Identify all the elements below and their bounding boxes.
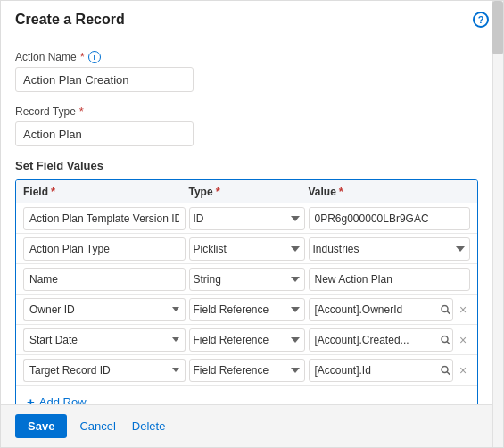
field-input-2[interactable]: [23, 268, 186, 291]
record-type-input[interactable]: [15, 121, 194, 146]
value-cell-1: Industries: [309, 237, 471, 261]
type-cell-3: Field Reference: [189, 298, 305, 321]
field-input-1[interactable]: [23, 237, 186, 261]
field-input-0[interactable]: [23, 207, 186, 230]
field-dropdown-btn-4[interactable]: [168, 328, 186, 352]
panel-title: Create a Record: [15, 12, 125, 28]
set-field-values-title: Set Field Values: [15, 159, 478, 172]
required-star: *: [80, 50, 85, 63]
panel-footer: Save Cancel Delete: [1, 404, 503, 447]
table-row: String: [16, 264, 477, 295]
action-name-input[interactable]: [15, 67, 194, 92]
svg-point-0: [442, 305, 448, 311]
svg-line-3: [448, 342, 450, 344]
col-type-header: Type *: [189, 185, 305, 198]
type-select-1[interactable]: Picklist: [189, 237, 305, 261]
record-type-group: Record Type *: [15, 104, 478, 146]
field-cell-2: [23, 268, 186, 291]
svg-point-4: [442, 366, 448, 372]
type-select-3[interactable]: Field Reference: [189, 298, 305, 321]
remove-btn-3[interactable]: ×: [456, 303, 470, 317]
svg-line-5: [448, 372, 450, 375]
col-value-header: Value *: [309, 185, 471, 198]
search-icon-btn-3[interactable]: [441, 304, 450, 314]
value-input-container-5: [309, 359, 454, 382]
record-type-label: Record Type *: [15, 104, 478, 118]
scrollbar-thumb[interactable]: [492, 1, 503, 54]
search-icon: [441, 365, 450, 375]
search-icon-btn-5[interactable]: [441, 365, 450, 375]
search-icon: [441, 335, 450, 344]
field-input-3[interactable]: [23, 298, 168, 321]
action-name-info-icon[interactable]: i: [88, 51, 101, 63]
scrollbar-track: [492, 1, 503, 447]
field-dropdown-btn-3[interactable]: [168, 298, 186, 321]
type-select-0[interactable]: ID: [189, 207, 305, 230]
type-select-4[interactable]: Field Reference: [189, 328, 305, 352]
field-cell-5: [23, 359, 186, 382]
cancel-button[interactable]: Cancel: [76, 414, 119, 438]
value-input-container-3: [309, 298, 454, 321]
svg-point-2: [442, 336, 448, 342]
field-cell-1: [23, 237, 186, 261]
value-select-1[interactable]: Industries: [309, 237, 471, 261]
table-row: Field Reference: [16, 355, 477, 386]
value-input-0[interactable]: [309, 207, 471, 230]
remove-btn-4[interactable]: ×: [456, 333, 470, 347]
action-name-label: Action Name * i: [15, 50, 478, 63]
field-cell-0: [23, 207, 186, 230]
type-cell-0: ID: [189, 207, 305, 230]
field-cell-4: [23, 328, 186, 352]
type-cell-2: String: [189, 268, 305, 291]
search-icon: [441, 304, 450, 314]
field-dropdown-btn-5[interactable]: [168, 359, 186, 382]
value-input-4[interactable]: [309, 328, 454, 352]
save-button[interactable]: Save: [15, 414, 67, 438]
type-select-5[interactable]: Field Reference: [189, 359, 305, 382]
add-row-label: Add Row: [39, 395, 87, 404]
value-cell-0: [309, 207, 471, 230]
table-header: Field * Type * Value *: [16, 180, 477, 203]
action-name-group: Action Name * i: [15, 50, 478, 92]
value-input-3[interactable]: [309, 298, 454, 321]
chevron-down-icon: [172, 307, 179, 311]
field-cell-3: [23, 298, 186, 321]
field-input-4[interactable]: [23, 328, 168, 352]
type-cell-4: Field Reference: [189, 328, 305, 352]
type-cell-5: Field Reference: [189, 359, 305, 382]
value-input-5[interactable]: [309, 359, 454, 382]
panel-header: Create a Record ?: [1, 1, 503, 37]
plus-icon: +: [27, 394, 35, 404]
table-row: Picklist Industries: [16, 234, 477, 264]
help-icon[interactable]: ?: [473, 12, 489, 28]
record-type-required-star: *: [79, 104, 84, 118]
value-cell-3: ×: [309, 298, 471, 321]
table-row: ID: [16, 203, 477, 234]
type-cell-1: Picklist: [189, 237, 305, 261]
field-values-table: Field * Type * Value *: [15, 179, 478, 404]
chevron-down-icon: [172, 368, 179, 372]
type-select-2[interactable]: String: [189, 268, 305, 291]
create-record-panel: Create a Record ? Action Name * i Record…: [0, 0, 504, 448]
search-icon-btn-4[interactable]: [441, 335, 450, 344]
add-row-button[interactable]: + Add Row: [20, 387, 94, 404]
value-input-2[interactable]: [309, 268, 471, 291]
value-cell-5: ×: [309, 359, 471, 382]
value-cell-4: ×: [309, 328, 471, 352]
table-row: Field Reference: [16, 325, 477, 355]
delete-button[interactable]: Delete: [128, 414, 169, 438]
svg-line-1: [448, 311, 450, 314]
add-row-container: + Add Row: [16, 386, 477, 404]
chevron-down-icon: [172, 337, 179, 342]
set-field-values-group: Set Field Values Field * Type * Value *: [15, 159, 478, 404]
panel-content: Action Name * i Record Type * Set Field …: [1, 37, 503, 404]
remove-btn-5[interactable]: ×: [456, 363, 470, 377]
value-cell-2: [309, 268, 471, 291]
col-field-header: Field *: [23, 185, 186, 198]
field-input-5[interactable]: [23, 359, 168, 382]
table-row: Field Reference: [16, 295, 477, 325]
value-input-container-4: [309, 328, 454, 352]
